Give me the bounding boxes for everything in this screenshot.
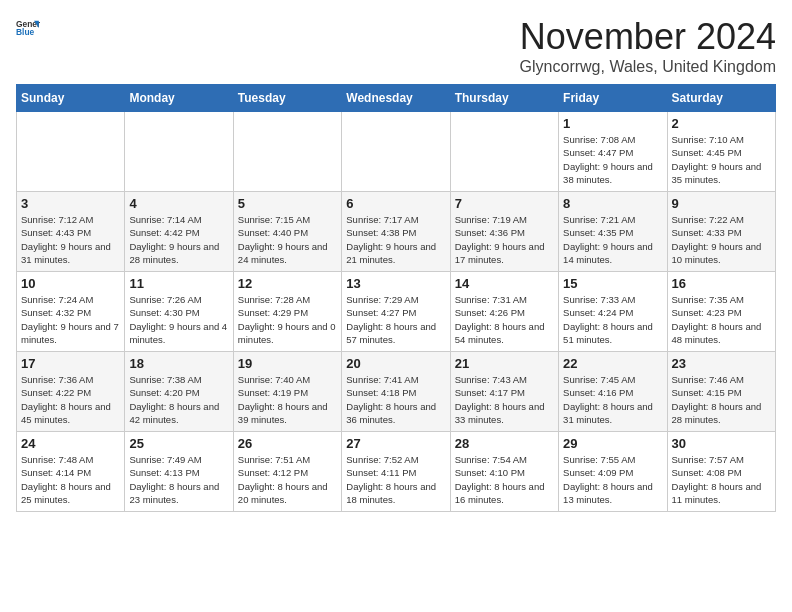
day-info: Sunrise: 7:31 AM Sunset: 4:26 PM Dayligh… [455, 294, 545, 345]
day-header-tuesday: Tuesday [233, 85, 341, 112]
calendar-cell: 18Sunrise: 7:38 AM Sunset: 4:20 PM Dayli… [125, 352, 233, 432]
day-info: Sunrise: 7:33 AM Sunset: 4:24 PM Dayligh… [563, 294, 653, 345]
day-info: Sunrise: 7:14 AM Sunset: 4:42 PM Dayligh… [129, 214, 219, 265]
calendar-cell: 10Sunrise: 7:24 AM Sunset: 4:32 PM Dayli… [17, 272, 125, 352]
day-number: 29 [563, 436, 662, 451]
day-number: 11 [129, 276, 228, 291]
day-number: 4 [129, 196, 228, 211]
day-number: 6 [346, 196, 445, 211]
calendar-table: SundayMondayTuesdayWednesdayThursdayFrid… [16, 84, 776, 512]
calendar-cell: 6Sunrise: 7:17 AM Sunset: 4:38 PM Daylig… [342, 192, 450, 272]
day-number: 8 [563, 196, 662, 211]
calendar-cell: 14Sunrise: 7:31 AM Sunset: 4:26 PM Dayli… [450, 272, 558, 352]
day-info: Sunrise: 7:15 AM Sunset: 4:40 PM Dayligh… [238, 214, 328, 265]
calendar-cell: 19Sunrise: 7:40 AM Sunset: 4:19 PM Dayli… [233, 352, 341, 432]
day-info: Sunrise: 7:28 AM Sunset: 4:29 PM Dayligh… [238, 294, 336, 345]
calendar-cell: 27Sunrise: 7:52 AM Sunset: 4:11 PM Dayli… [342, 432, 450, 512]
calendar-cell: 25Sunrise: 7:49 AM Sunset: 4:13 PM Dayli… [125, 432, 233, 512]
calendar-cell: 28Sunrise: 7:54 AM Sunset: 4:10 PM Dayli… [450, 432, 558, 512]
calendar-cell: 26Sunrise: 7:51 AM Sunset: 4:12 PM Dayli… [233, 432, 341, 512]
calendar-cell: 21Sunrise: 7:43 AM Sunset: 4:17 PM Dayli… [450, 352, 558, 432]
calendar-cell: 20Sunrise: 7:41 AM Sunset: 4:18 PM Dayli… [342, 352, 450, 432]
calendar-cell [17, 112, 125, 192]
day-header-sunday: Sunday [17, 85, 125, 112]
header: General Blue November 2024 Glyncorrwg, W… [16, 16, 776, 76]
day-number: 9 [672, 196, 771, 211]
calendar-cell: 29Sunrise: 7:55 AM Sunset: 4:09 PM Dayli… [559, 432, 667, 512]
calendar-cell: 8Sunrise: 7:21 AM Sunset: 4:35 PM Daylig… [559, 192, 667, 272]
day-header-monday: Monday [125, 85, 233, 112]
day-number: 22 [563, 356, 662, 371]
day-number: 26 [238, 436, 337, 451]
day-number: 10 [21, 276, 120, 291]
day-info: Sunrise: 7:57 AM Sunset: 4:08 PM Dayligh… [672, 454, 762, 505]
calendar-cell: 2Sunrise: 7:10 AM Sunset: 4:45 PM Daylig… [667, 112, 775, 192]
day-info: Sunrise: 7:38 AM Sunset: 4:20 PM Dayligh… [129, 374, 219, 425]
day-number: 17 [21, 356, 120, 371]
day-number: 5 [238, 196, 337, 211]
day-info: Sunrise: 7:45 AM Sunset: 4:16 PM Dayligh… [563, 374, 653, 425]
day-number: 25 [129, 436, 228, 451]
svg-text:Blue: Blue [16, 27, 35, 37]
calendar-cell: 16Sunrise: 7:35 AM Sunset: 4:23 PM Dayli… [667, 272, 775, 352]
logo-icon: General Blue [16, 16, 40, 40]
day-info: Sunrise: 7:55 AM Sunset: 4:09 PM Dayligh… [563, 454, 653, 505]
day-header-friday: Friday [559, 85, 667, 112]
week-row-1: 1Sunrise: 7:08 AM Sunset: 4:47 PM Daylig… [17, 112, 776, 192]
calendar-cell: 1Sunrise: 7:08 AM Sunset: 4:47 PM Daylig… [559, 112, 667, 192]
calendar-cell: 15Sunrise: 7:33 AM Sunset: 4:24 PM Dayli… [559, 272, 667, 352]
day-info: Sunrise: 7:54 AM Sunset: 4:10 PM Dayligh… [455, 454, 545, 505]
day-number: 27 [346, 436, 445, 451]
calendar-cell: 12Sunrise: 7:28 AM Sunset: 4:29 PM Dayli… [233, 272, 341, 352]
day-number: 24 [21, 436, 120, 451]
day-info: Sunrise: 7:17 AM Sunset: 4:38 PM Dayligh… [346, 214, 436, 265]
day-info: Sunrise: 7:19 AM Sunset: 4:36 PM Dayligh… [455, 214, 545, 265]
calendar-cell: 23Sunrise: 7:46 AM Sunset: 4:15 PM Dayli… [667, 352, 775, 432]
day-number: 20 [346, 356, 445, 371]
day-number: 16 [672, 276, 771, 291]
day-number: 2 [672, 116, 771, 131]
day-number: 23 [672, 356, 771, 371]
calendar-cell: 22Sunrise: 7:45 AM Sunset: 4:16 PM Dayli… [559, 352, 667, 432]
day-info: Sunrise: 7:51 AM Sunset: 4:12 PM Dayligh… [238, 454, 328, 505]
day-info: Sunrise: 7:21 AM Sunset: 4:35 PM Dayligh… [563, 214, 653, 265]
week-row-5: 24Sunrise: 7:48 AM Sunset: 4:14 PM Dayli… [17, 432, 776, 512]
day-info: Sunrise: 7:49 AM Sunset: 4:13 PM Dayligh… [129, 454, 219, 505]
day-header-thursday: Thursday [450, 85, 558, 112]
calendar-cell [342, 112, 450, 192]
day-info: Sunrise: 7:46 AM Sunset: 4:15 PM Dayligh… [672, 374, 762, 425]
week-row-2: 3Sunrise: 7:12 AM Sunset: 4:43 PM Daylig… [17, 192, 776, 272]
day-number: 21 [455, 356, 554, 371]
day-header-saturday: Saturday [667, 85, 775, 112]
calendar-cell: 30Sunrise: 7:57 AM Sunset: 4:08 PM Dayli… [667, 432, 775, 512]
calendar-cell: 13Sunrise: 7:29 AM Sunset: 4:27 PM Dayli… [342, 272, 450, 352]
day-info: Sunrise: 7:35 AM Sunset: 4:23 PM Dayligh… [672, 294, 762, 345]
day-number: 15 [563, 276, 662, 291]
week-row-3: 10Sunrise: 7:24 AM Sunset: 4:32 PM Dayli… [17, 272, 776, 352]
day-info: Sunrise: 7:10 AM Sunset: 4:45 PM Dayligh… [672, 134, 762, 185]
calendar-title: November 2024 [520, 16, 776, 58]
day-number: 28 [455, 436, 554, 451]
page-container: General Blue November 2024 Glyncorrwg, W… [16, 16, 776, 512]
calendar-cell [233, 112, 341, 192]
day-number: 1 [563, 116, 662, 131]
calendar-subtitle: Glyncorrwg, Wales, United Kingdom [520, 58, 776, 76]
day-info: Sunrise: 7:29 AM Sunset: 4:27 PM Dayligh… [346, 294, 436, 345]
calendar-cell: 9Sunrise: 7:22 AM Sunset: 4:33 PM Daylig… [667, 192, 775, 272]
day-number: 14 [455, 276, 554, 291]
day-number: 12 [238, 276, 337, 291]
day-info: Sunrise: 7:43 AM Sunset: 4:17 PM Dayligh… [455, 374, 545, 425]
day-header-wednesday: Wednesday [342, 85, 450, 112]
day-info: Sunrise: 7:24 AM Sunset: 4:32 PM Dayligh… [21, 294, 119, 345]
day-number: 7 [455, 196, 554, 211]
calendar-cell: 7Sunrise: 7:19 AM Sunset: 4:36 PM Daylig… [450, 192, 558, 272]
day-number: 30 [672, 436, 771, 451]
day-info: Sunrise: 7:41 AM Sunset: 4:18 PM Dayligh… [346, 374, 436, 425]
header-row: SundayMondayTuesdayWednesdayThursdayFrid… [17, 85, 776, 112]
day-number: 19 [238, 356, 337, 371]
day-info: Sunrise: 7:40 AM Sunset: 4:19 PM Dayligh… [238, 374, 328, 425]
day-info: Sunrise: 7:26 AM Sunset: 4:30 PM Dayligh… [129, 294, 227, 345]
calendar-cell [450, 112, 558, 192]
week-row-4: 17Sunrise: 7:36 AM Sunset: 4:22 PM Dayli… [17, 352, 776, 432]
calendar-cell: 3Sunrise: 7:12 AM Sunset: 4:43 PM Daylig… [17, 192, 125, 272]
